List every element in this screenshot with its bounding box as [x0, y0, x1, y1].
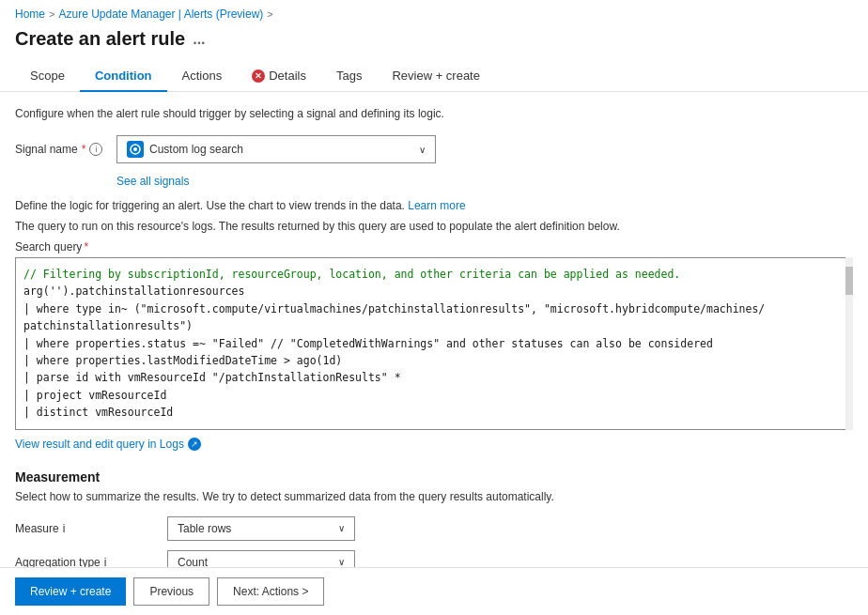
query-line-8: | project vmResourceId — [23, 387, 845, 404]
measurement-title: Measurement — [15, 469, 853, 484]
query-line-1: // Filtering by subscriptionId, resource… — [23, 266, 845, 283]
tab-tags[interactable]: Tags — [321, 61, 377, 92]
logic-text: Define the logic for triggering an alert… — [15, 199, 853, 212]
breadcrumb-home[interactable]: Home — [15, 8, 45, 21]
tab-actions[interactable]: Actions — [167, 61, 238, 92]
details-error-icon: ✕ — [252, 69, 265, 83]
query-editor[interactable]: // Filtering by subscriptionId, resource… — [15, 257, 853, 430]
main-content: Configure when the alert rule should tri… — [0, 92, 868, 615]
query-label: Search query * — [15, 240, 853, 254]
next-button[interactable]: Next: Actions > — [217, 577, 324, 606]
signal-dropdown[interactable]: Custom log search ∨ — [116, 135, 436, 163]
measure-select[interactable]: Table rows ∨ — [167, 516, 355, 541]
see-all-signals-link[interactable]: See all signals — [116, 175, 853, 188]
external-link-icon: ↗ — [188, 438, 201, 451]
breadcrumb: Home > Azure Update Manager | Alerts (Pr… — [0, 0, 868, 24]
footer-buttons: Review + create Previous Next: Actions > — [0, 567, 868, 615]
query-line-5: | where properties.status =~ "Failed" //… — [23, 335, 845, 352]
svg-point-1 — [133, 147, 137, 151]
query-info-text: The query to run on this resource's logs… — [15, 220, 853, 233]
tab-condition[interactable]: Condition — [80, 61, 167, 92]
previous-button[interactable]: Previous — [133, 577, 209, 606]
review-create-button[interactable]: Review + create — [15, 577, 126, 606]
query-wrapper: // Filtering by subscriptionId, resource… — [15, 257, 853, 430]
query-line-7: | parse id with vmResourceId "/patchInst… — [23, 369, 845, 386]
signal-name-label: Signal name * i — [15, 143, 109, 156]
query-scrollbar[interactable] — [845, 257, 853, 430]
signal-type-icon — [127, 141, 144, 158]
query-line-3: | where type in~ ("microsoft.compute/vir… — [23, 300, 845, 317]
tab-details[interactable]: ✕ Details — [237, 61, 321, 92]
breadcrumb-sep2: > — [267, 8, 272, 20]
signal-name-row: Signal name * i Custom log search ∨ — [15, 135, 853, 163]
measure-info-icon[interactable]: i — [63, 522, 66, 535]
tab-review-create[interactable]: Review + create — [377, 61, 495, 92]
agg-type-chevron: ∨ — [338, 557, 345, 567]
tab-bar: Scope Condition Actions ✕ Details Tags R… — [0, 61, 868, 92]
signal-dropdown-chevron: ∨ — [419, 145, 426, 155]
signal-name-info-icon[interactable]: i — [89, 143, 102, 156]
tab-scope[interactable]: Scope — [15, 61, 80, 92]
query-line-2: arg('').patchinstallationresources — [23, 283, 845, 300]
measure-chevron: ∨ — [338, 523, 345, 533]
query-line-9: | distinct vmResourceId — [23, 404, 845, 421]
measurement-desc: Select how to summarize the results. We … — [15, 490, 853, 503]
page-title-row: Create an alert rule ... — [0, 24, 868, 61]
query-line-4: patchinstallationresults") — [23, 317, 845, 334]
query-line-6: | where properties.lastModifiedDateTime … — [23, 352, 845, 369]
breadcrumb-sep1: > — [49, 8, 54, 20]
learn-more-link[interactable]: Learn more — [408, 199, 465, 212]
page-title: Create an alert rule — [15, 28, 185, 50]
signal-value: Custom log search — [149, 143, 243, 156]
condition-desc: Configure when the alert rule should tri… — [15, 107, 853, 120]
breadcrumb-azure[interactable]: Azure Update Manager | Alerts (Preview) — [58, 8, 263, 21]
query-section: Search query * // Filtering by subscript… — [15, 240, 853, 430]
measure-label: Measure i — [15, 522, 156, 535]
view-result-link[interactable]: View result and edit query in Logs ↗ — [15, 438, 853, 451]
more-options-button[interactable]: ... — [193, 31, 205, 48]
measure-row: Measure i Table rows ∨ — [15, 516, 853, 541]
